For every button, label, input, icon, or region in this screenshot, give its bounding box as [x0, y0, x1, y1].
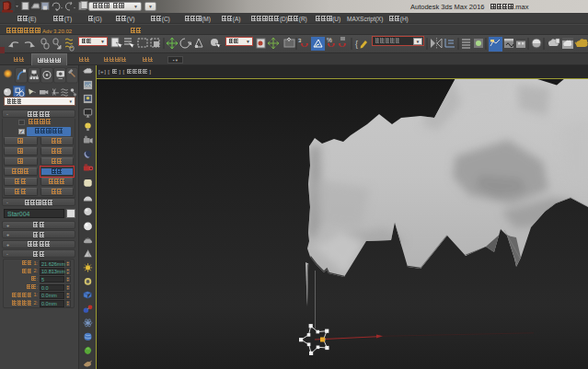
- svg-text:%: %: [327, 37, 332, 43]
- svg-text:3: 3: [298, 38, 302, 43]
- svg-text:{: {: [355, 40, 358, 49]
